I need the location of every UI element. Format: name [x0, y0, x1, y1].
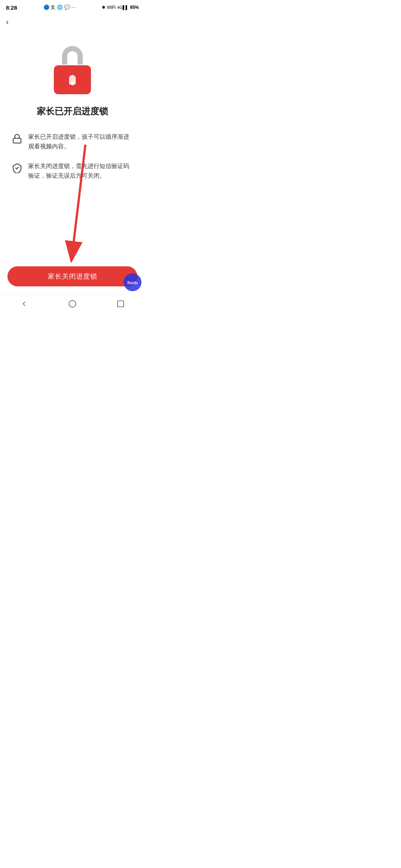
wifi-icon: WiFi	[107, 5, 116, 10]
lock-small-icon	[11, 133, 23, 145]
status-icons: 🔵 支 🌐 💬 ···	[43, 4, 75, 11]
notification-icons: 🔵 支 🌐 💬 ···	[43, 4, 75, 11]
lock-keyhole	[69, 75, 76, 85]
nav-bar: ‹	[0, 13, 145, 31]
bottom-nav	[0, 294, 145, 313]
svg-text:Baidu: Baidu	[127, 281, 138, 285]
info-item-1: 家长已开启进度锁，孩子可以循序渐进观看视频内容。	[11, 132, 134, 151]
status-right: ✱ WiFi 4G▌▌ 95%	[102, 5, 139, 10]
recent-nav-button[interactable]	[110, 296, 132, 311]
back-button[interactable]: ‹	[6, 18, 9, 26]
signal-icon: 4G▌▌	[117, 5, 128, 10]
status-bar: 8:28 🔵 支 🌐 💬 ··· ✱ WiFi 4G▌▌ 95%	[0, 0, 145, 13]
page-title: 家长已开启进度锁	[37, 105, 108, 117]
baidu-watermark: Baidu	[123, 273, 142, 292]
info-list: 家长已开启进度锁，孩子可以循序渐进观看视频内容。 家长关闭进度锁，需先进行短信验…	[11, 132, 134, 180]
svg-rect-2	[118, 300, 124, 307]
close-progress-lock-button[interactable]: 家长关闭进度锁	[7, 266, 137, 286]
lock-body	[54, 65, 91, 94]
svg-point-1	[69, 300, 76, 307]
home-nav-button[interactable]	[61, 296, 84, 311]
bluetooth-icon: ✱	[102, 5, 105, 10]
status-time: 8:28	[6, 4, 17, 11]
info-text-1: 家长已开启进度锁，孩子可以循序渐进观看视频内容。	[28, 132, 134, 151]
shield-check-icon	[11, 162, 23, 174]
lock-icon-container	[52, 46, 93, 94]
lock-shackle	[62, 46, 83, 65]
svg-rect-0	[13, 138, 21, 143]
main-content: 家长已开启进度锁 家长已开启进度锁，孩子可以循序渐进观看视频内容。	[0, 31, 145, 263]
info-item-2: 家长关闭进度锁，需先进行短信验证码验证，验证无误后方可关闭。	[11, 161, 134, 180]
info-text-2: 家长关闭进度锁，需先进行短信验证码验证，验证无误后方可关闭。	[28, 161, 134, 180]
back-nav-button[interactable]	[13, 296, 35, 311]
battery-level: 95%	[130, 5, 139, 10]
